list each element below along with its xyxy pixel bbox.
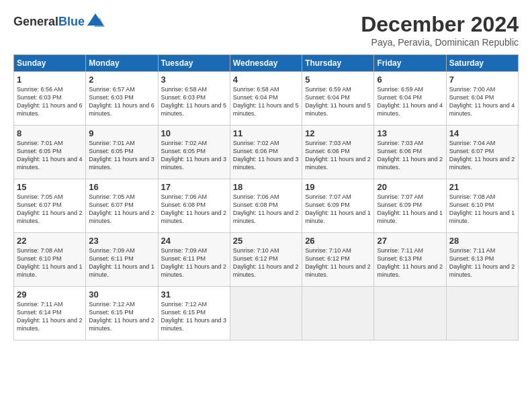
cell-content: Sunrise: 7:09 AM Sunset: 6:11 PM Dayligh… [161, 246, 227, 279]
list-item: 3 Sunrise: 6:58 AM Sunset: 6:03 PM Dayli… [158, 72, 230, 126]
col-saturday: Saturday [446, 55, 518, 72]
day-number: 18 [233, 182, 299, 192]
day-number: 23 [89, 236, 154, 246]
cell-content: Sunrise: 7:06 AM Sunset: 6:08 PM Dayligh… [233, 193, 299, 226]
list-item: 17 Sunrise: 7:06 AM Sunset: 6:08 PM Dayl… [158, 179, 230, 233]
day-number: 15 [17, 182, 83, 192]
day-number: 31 [161, 289, 227, 300]
col-friday: Friday [374, 55, 446, 72]
cell-content: Sunrise: 6:56 AM Sunset: 6:03 PM Dayligh… [17, 85, 83, 118]
cell-content: Sunrise: 7:04 AM Sunset: 6:07 PM Dayligh… [449, 139, 515, 172]
day-number: 29 [17, 289, 83, 300]
table-row: 15 Sunrise: 7:05 AM Sunset: 6:07 PM Dayl… [14, 179, 519, 233]
list-item: 26 Sunrise: 7:10 AM Sunset: 6:12 PM Dayl… [302, 233, 374, 287]
cell-content: Sunrise: 7:05 AM Sunset: 6:07 PM Dayligh… [17, 193, 83, 226]
col-monday: Monday [86, 55, 158, 72]
list-item: 10 Sunrise: 7:02 AM Sunset: 6:05 PM Dayl… [158, 126, 230, 179]
logo-blue: Blue [58, 15, 85, 28]
day-number: 4 [233, 75, 299, 85]
cell-content: Sunrise: 7:10 AM Sunset: 6:12 PM Dayligh… [305, 246, 371, 279]
cell-content: Sunrise: 7:12 AM Sunset: 6:15 PM Dayligh… [89, 300, 154, 333]
table-row: 22 Sunrise: 7:08 AM Sunset: 6:10 PM Dayl… [14, 233, 519, 287]
list-item: 19 Sunrise: 7:07 AM Sunset: 6:09 PM Dayl… [302, 179, 374, 233]
cell-content: Sunrise: 7:09 AM Sunset: 6:11 PM Dayligh… [89, 246, 154, 279]
list-item: 23 Sunrise: 7:09 AM Sunset: 6:11 PM Dayl… [86, 233, 158, 287]
col-sunday: Sunday [14, 55, 86, 72]
list-item [374, 287, 446, 340]
cell-content: Sunrise: 7:00 AM Sunset: 6:04 PM Dayligh… [449, 85, 515, 118]
day-number: 13 [377, 128, 443, 138]
cell-content: Sunrise: 7:06 AM Sunset: 6:08 PM Dayligh… [161, 193, 227, 226]
day-number: 2 [89, 75, 154, 85]
cell-content: Sunrise: 7:11 AM Sunset: 6:13 PM Dayligh… [377, 246, 443, 279]
list-item: 27 Sunrise: 7:11 AM Sunset: 6:13 PM Dayl… [374, 233, 446, 287]
day-number: 26 [305, 236, 371, 246]
calendar-table: Sunday Monday Tuesday Wednesday Thursday… [13, 54, 519, 340]
day-number: 25 [233, 236, 299, 246]
list-item: 29 Sunrise: 7:11 AM Sunset: 6:14 PM Dayl… [14, 287, 86, 340]
cell-content: Sunrise: 7:01 AM Sunset: 6:05 PM Dayligh… [17, 139, 83, 172]
day-number: 17 [161, 182, 227, 192]
list-item: 2 Sunrise: 6:57 AM Sunset: 6:03 PM Dayli… [86, 72, 158, 126]
list-item: 13 Sunrise: 7:03 AM Sunset: 6:06 PM Dayl… [374, 126, 446, 179]
table-row: 8 Sunrise: 7:01 AM Sunset: 6:05 PM Dayli… [14, 126, 519, 179]
month-title: December 2024 [361, 12, 519, 37]
list-item: 15 Sunrise: 7:05 AM Sunset: 6:07 PM Dayl… [14, 179, 86, 233]
list-item [230, 287, 302, 340]
header: GeneralBlue December 2024 Paya, Peravia,… [13, 12, 519, 48]
cell-content: Sunrise: 7:03 AM Sunset: 6:06 PM Dayligh… [305, 139, 371, 172]
cell-content: Sunrise: 7:03 AM Sunset: 6:06 PM Dayligh… [377, 139, 443, 172]
cell-content: Sunrise: 7:02 AM Sunset: 6:05 PM Dayligh… [161, 139, 227, 172]
day-number: 14 [449, 128, 515, 138]
logo-icon [86, 12, 105, 31]
list-item: 30 Sunrise: 7:12 AM Sunset: 6:15 PM Dayl… [86, 287, 158, 340]
list-item: 9 Sunrise: 7:01 AM Sunset: 6:05 PM Dayli… [86, 126, 158, 179]
cell-content: Sunrise: 7:12 AM Sunset: 6:15 PM Dayligh… [161, 300, 227, 333]
list-item: 4 Sunrise: 6:58 AM Sunset: 6:04 PM Dayli… [230, 72, 302, 126]
list-item: 8 Sunrise: 7:01 AM Sunset: 6:05 PM Dayli… [14, 126, 86, 179]
location-title: Paya, Peravia, Dominican Republic [361, 37, 519, 48]
col-tuesday: Tuesday [158, 55, 230, 72]
cell-content: Sunrise: 6:58 AM Sunset: 6:03 PM Dayligh… [161, 85, 227, 118]
list-item: 22 Sunrise: 7:08 AM Sunset: 6:10 PM Dayl… [14, 233, 86, 287]
cell-content: Sunrise: 7:11 AM Sunset: 6:13 PM Dayligh… [449, 246, 515, 279]
cell-content: Sunrise: 6:59 AM Sunset: 6:04 PM Dayligh… [377, 85, 443, 118]
cell-content: Sunrise: 7:05 AM Sunset: 6:07 PM Dayligh… [89, 193, 154, 226]
logo-general: General [13, 15, 58, 28]
cell-content: Sunrise: 6:58 AM Sunset: 6:04 PM Dayligh… [233, 85, 299, 118]
list-item: 18 Sunrise: 7:06 AM Sunset: 6:08 PM Dayl… [230, 179, 302, 233]
day-number: 7 [449, 75, 515, 85]
list-item: 16 Sunrise: 7:05 AM Sunset: 6:07 PM Dayl… [86, 179, 158, 233]
day-number: 24 [161, 236, 227, 246]
cell-content: Sunrise: 7:02 AM Sunset: 6:06 PM Dayligh… [233, 139, 299, 172]
day-number: 3 [161, 75, 227, 85]
day-number: 20 [377, 182, 443, 192]
cell-content: Sunrise: 7:08 AM Sunset: 6:10 PM Dayligh… [449, 193, 515, 226]
list-item: 24 Sunrise: 7:09 AM Sunset: 6:11 PM Dayl… [158, 233, 230, 287]
cell-content: Sunrise: 7:01 AM Sunset: 6:05 PM Dayligh… [89, 139, 154, 172]
logo: GeneralBlue [13, 12, 105, 31]
cell-content: Sunrise: 6:59 AM Sunset: 6:04 PM Dayligh… [305, 85, 371, 118]
col-thursday: Thursday [302, 55, 374, 72]
day-number: 22 [17, 236, 83, 246]
list-item: 7 Sunrise: 7:00 AM Sunset: 6:04 PM Dayli… [446, 72, 518, 126]
day-number: 11 [233, 128, 299, 138]
cell-content: Sunrise: 7:07 AM Sunset: 6:09 PM Dayligh… [377, 193, 443, 226]
day-number: 10 [161, 128, 227, 138]
title-area: December 2024 Paya, Peravia, Dominican R… [361, 12, 519, 48]
list-item: 21 Sunrise: 7:08 AM Sunset: 6:10 PM Dayl… [446, 179, 518, 233]
list-item [302, 287, 374, 340]
day-number: 16 [89, 182, 154, 192]
day-number: 1 [17, 75, 83, 85]
day-number: 6 [377, 75, 443, 85]
col-wednesday: Wednesday [230, 55, 302, 72]
list-item: 5 Sunrise: 6:59 AM Sunset: 6:04 PM Dayli… [302, 72, 374, 126]
day-number: 9 [89, 128, 154, 138]
day-number: 12 [305, 128, 371, 138]
cell-content: Sunrise: 7:07 AM Sunset: 6:09 PM Dayligh… [305, 193, 371, 226]
day-number: 21 [449, 182, 515, 192]
day-number: 27 [377, 236, 443, 246]
list-item: 1 Sunrise: 6:56 AM Sunset: 6:03 PM Dayli… [14, 72, 86, 126]
day-number: 19 [305, 182, 371, 192]
list-item: 12 Sunrise: 7:03 AM Sunset: 6:06 PM Dayl… [302, 126, 374, 179]
